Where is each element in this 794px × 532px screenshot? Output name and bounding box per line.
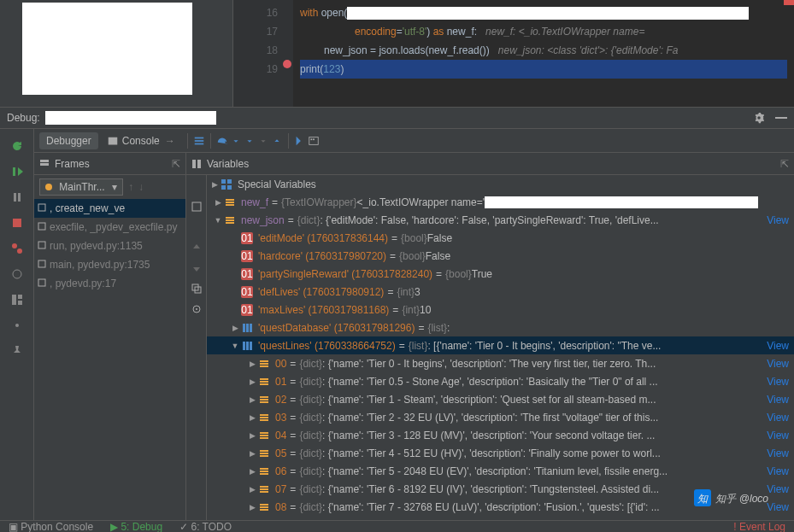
event-log-tab[interactable]: ! Event Log (733, 521, 785, 533)
python-console-tab[interactable]: ▣ Python Console (9, 521, 93, 533)
view-link[interactable]: View (767, 501, 789, 513)
variable-row[interactable]: 01'editMode' (1760317836144) = {bool} Fa… (207, 229, 794, 247)
restore-icon[interactable]: ⇱ (172, 158, 180, 170)
run-to-cursor-icon[interactable] (294, 135, 306, 147)
svg-text:01: 01 (241, 268, 253, 280)
stack-frame[interactable]: execfile, _pydev_execfile.py (34, 218, 185, 237)
breakpoint-icon[interactable] (283, 60, 291, 68)
svg-rect-76 (260, 471, 268, 472)
stack-frame[interactable]: , create_new_ve (34, 199, 185, 218)
svg-point-11 (17, 248, 22, 254)
project-panel (0, 0, 233, 107)
view-link[interactable]: View (767, 412, 789, 424)
new-watch-icon[interactable] (191, 201, 203, 213)
svg-rect-73 (260, 453, 268, 454)
svg-rect-80 (260, 491, 268, 493)
special-variables[interactable]: ▶ Special Variables (207, 175, 794, 193)
variable-row[interactable]: ▶04 = {dict} : {'name': 'Tier 3 - 128 EU… (207, 426, 794, 444)
rerun-icon[interactable] (10, 139, 24, 153)
todo-tab[interactable]: ✓ 6: TODO (179, 521, 232, 533)
stack-frame[interactable]: , pydevd.py:17 (34, 274, 185, 293)
variable-row[interactable]: ▶02 = {dict} : {'name': 'Tier 1 - Steam'… (207, 390, 794, 408)
variable-row[interactable]: 01'hardcore' (1760317980720) = {bool} Fa… (207, 247, 794, 265)
step-out-icon[interactable] (271, 135, 283, 147)
force-step-icon[interactable] (257, 135, 269, 147)
code-content[interactable]: with open( encoding='utf-8') as new_f: n… (293, 0, 794, 107)
view-link[interactable]: View (767, 483, 789, 495)
tab-debugger[interactable]: Debugger (39, 132, 98, 149)
step-over-icon[interactable] (216, 135, 228, 147)
pin-icon[interactable] (10, 344, 24, 358)
code-editor[interactable]: 16 17 18 19 with open( encoding='utf-8')… (233, 0, 794, 107)
pause-icon[interactable] (10, 190, 24, 204)
stack-frame[interactable]: run, pydevd.py:1135 (34, 237, 185, 255)
view-link[interactable]: View (767, 394, 789, 406)
watches-icon[interactable] (191, 303, 203, 315)
variable-row[interactable]: ▶00 = {dict} : {'name': 'Tier 0 - It beg… (207, 354, 794, 372)
view-link[interactable]: View (767, 376, 789, 388)
variable-row[interactable]: ▼new_json = {dict} : {'editMode': False,… (207, 211, 794, 229)
stack-frame[interactable]: main, pydevd.py:1735 (34, 255, 185, 274)
restore-icon[interactable]: ⇱ (780, 158, 789, 170)
special-vars-label: Special Variables (238, 178, 316, 190)
svg-rect-63 (260, 396, 268, 398)
view-link[interactable]: View (767, 340, 789, 352)
svg-rect-24 (38, 260, 45, 267)
up-icon[interactable] (191, 242, 203, 254)
add-watch-icon[interactable] (191, 180, 203, 192)
svg-text:01: 01 (241, 304, 253, 316)
svg-rect-21 (38, 204, 45, 211)
view-breakpoints-icon[interactable] (10, 242, 24, 255)
variable-row[interactable]: 01'partySingleReward' (1760317828240) = … (207, 265, 794, 283)
variable-row[interactable]: ▶05 = {dict} : {'name': 'Tier 4 - 512 EU… (207, 444, 794, 462)
resume-icon[interactable] (10, 165, 24, 178)
thread-selector[interactable]: MainThr...▾ ↑↓ (34, 175, 185, 199)
variable-row[interactable]: 01'defLives' (1760317980912) = {int} 3 (207, 283, 794, 301)
variable-row[interactable]: 01'maxLives' (1760317981168) = {int} 10 (207, 301, 794, 319)
status-bar: ▣ Python Console ▶ 5: Debug ✓ 6: TODO ! … (0, 520, 794, 532)
down-icon[interactable] (191, 262, 203, 274)
svg-rect-72 (260, 450, 268, 452)
svg-rect-38 (226, 217, 234, 219)
remove-watch-icon[interactable] (191, 221, 203, 233)
variable-row[interactable]: ▶new_f = {TextIOWrapper} <_io.TextIOWrap… (207, 193, 794, 211)
view-link[interactable]: View (767, 447, 789, 459)
tab-console[interactable]: Console→ (100, 132, 182, 149)
mute-breakpoints-icon[interactable] (10, 267, 24, 281)
svg-rect-36 (226, 202, 234, 203)
svg-point-30 (196, 308, 197, 310)
variable-row[interactable]: ▶'questDatabase' (1760317981296) = {list… (207, 319, 794, 336)
settings-icon[interactable] (10, 319, 24, 332)
threads-icon[interactable] (193, 135, 205, 147)
step-into-icon[interactable] (230, 135, 242, 147)
evaluate-icon[interactable] (308, 135, 320, 147)
variable-row[interactable]: ▶01 = {dict} : {'name': 'Tier 0.5 - Ston… (207, 372, 794, 390)
gear-icon[interactable] (753, 112, 765, 124)
copy-icon[interactable] (191, 283, 203, 295)
svg-rect-53 (250, 324, 252, 332)
view-link[interactable]: View (767, 430, 789, 441)
view-link[interactable]: View (767, 465, 789, 477)
variable-row[interactable]: ▶03 = {dict} : {'name': 'Tier 2 - 32 EU … (207, 408, 794, 426)
svg-rect-70 (260, 435, 268, 436)
stop-icon[interactable] (10, 216, 24, 230)
debug-tab[interactable]: ▶ 5: Debug (110, 521, 162, 533)
svg-rect-5 (313, 138, 315, 140)
step-into-my-icon[interactable] (244, 135, 256, 147)
variable-row[interactable]: ▶06 = {dict} : {'name': 'Tier 5 - 2048 E… (207, 462, 794, 480)
debug-label: Debug: (7, 112, 40, 124)
layout-icon[interactable] (10, 293, 24, 307)
svg-rect-82 (260, 506, 268, 508)
variables-icon (191, 159, 202, 169)
svg-rect-1 (195, 140, 204, 142)
variables-panel[interactable]: ▶ Special Variables ▶new_f = {TextIOWrap… (207, 175, 794, 520)
line-num: 18 (233, 41, 278, 60)
minimize-icon[interactable] (775, 117, 787, 119)
view-link[interactable]: View (767, 214, 789, 226)
view-link[interactable]: View (767, 358, 789, 370)
svg-rect-35 (226, 199, 234, 201)
svg-rect-81 (260, 504, 268, 506)
variable-row[interactable]: ▼'questLines' (1760338664752) = {list} :… (207, 336, 794, 354)
error-stripe[interactable] (784, 0, 794, 5)
svg-rect-17 (40, 160, 49, 162)
